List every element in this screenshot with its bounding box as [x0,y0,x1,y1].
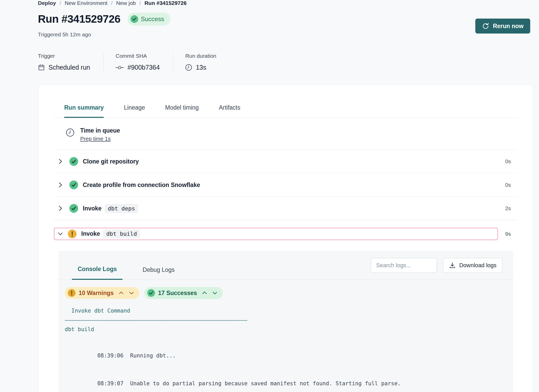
log-summary-badges: 10 Warnings 17 Successes [59,280,513,300]
step-command-chip: dbt build [103,229,140,238]
breadcrumb-deploy[interactable]: Deploy [38,0,56,6]
rerun-now-label: Rerun now [493,23,524,30]
success-check-icon [69,204,78,213]
log-line-divider: ————————————————————————————————————————… [65,315,508,325]
download-logs-label: Download logs [459,262,496,269]
meta-duration: Run duration 13s [173,53,230,71]
step-invoke-dbt-build[interactable]: Invoke dbt build [54,228,498,240]
prep-time-link[interactable]: Prep time 1s [80,136,120,142]
step-command-chip: dbt deps [105,204,138,213]
step-duration: 0s [505,158,517,165]
chevron-right-icon[interactable] [57,182,64,188]
success-check-icon [69,181,78,189]
run-meta: Trigger Scheduled run Commit SHA #900b73… [38,53,230,71]
meta-commit: Commit SHA #900b7364 [103,53,173,71]
rerun-refresh-icon [482,22,489,30]
clock-icon [185,64,192,71]
chevron-right-icon[interactable] [57,158,64,165]
status-badge-label: Success [141,15,164,23]
run-summary-card: Run summary Lineage Model timing Artifac… [38,84,533,392]
tab-model-timing[interactable]: Model timing [165,101,199,118]
status-badge: Success [128,13,170,25]
warning-icon [68,289,76,297]
breadcrumb: Deploy / New Environment / New job / Run… [38,0,187,6]
breadcrumb-separator: / [111,0,113,6]
success-check-icon [69,157,78,166]
time-in-queue-title: Time in queue [80,127,120,134]
run-detail-page: Deploy / New Environment / New job / Run… [0,0,539,392]
meta-commit-label: Commit SHA [116,53,160,59]
rerun-now-button[interactable]: Rerun now [475,19,530,34]
log-output: Invoke dbt Command —————————————————————… [59,300,513,392]
meta-trigger-label: Trigger [38,53,90,59]
breadcrumb-new-environment[interactable]: New Environment [65,0,108,6]
tab-lineage[interactable]: Lineage [124,101,145,118]
download-icon [449,262,456,269]
run-tabs: Run summary Lineage Model timing Artifac… [54,101,517,118]
success-check-icon [130,15,138,23]
step-invoke-dbt-build-row: Invoke dbt build 9s [54,220,517,247]
successes-count-label: 17 Successes [158,290,197,297]
step-invoke-dbt-deps[interactable]: Invoke dbt deps 2s [54,197,517,220]
warnings-count-label: 10 Warnings [79,290,114,297]
successes-pill[interactable]: 17 Successes [144,287,223,299]
breadcrumb-new-job[interactable]: New job [116,0,136,6]
meta-trigger-value: Scheduled run [48,64,90,71]
step-label: Invoke [81,230,100,237]
triggered-timestamp: Triggered 5h 12m ago [38,31,91,38]
breadcrumb-separator: / [139,0,141,6]
time-in-queue-section: Time in queue Prep time 1s [54,118,517,150]
step-label: Invoke [83,205,102,212]
page-title: Run #341529726 [38,13,120,25]
log-line: 08:39:06Running dbt... [65,342,508,370]
download-logs-button[interactable]: Download logs [443,258,502,273]
meta-trigger: Trigger Scheduled run [38,53,103,71]
meta-duration-value: 13s [196,64,206,71]
warnings-pill[interactable]: 10 Warnings [65,287,140,299]
warnings-next-icon[interactable] [129,291,134,295]
successes-next-icon[interactable] [212,291,218,295]
step-clone-git-repository[interactable]: Clone git repository 0s [54,150,517,173]
clock-icon [66,128,75,142]
calendar-icon [38,64,45,71]
tab-run-summary[interactable]: Run summary [64,101,104,118]
warnings-prev-icon[interactable] [118,291,124,295]
tab-artifacts[interactable]: Artifacts [219,101,240,118]
log-line: dbt build [65,325,508,334]
breadcrumb-separator: / [60,0,61,6]
breadcrumb-current-run: Run #341529726 [144,0,186,6]
log-tabs: Console Logs Debug Logs [78,251,175,280]
step-label: Clone git repository [83,158,139,165]
search-logs-input[interactable] [371,258,437,273]
tab-console-logs[interactable]: Console Logs [72,266,123,280]
step-duration: 0s [505,182,517,188]
warning-icon [68,230,77,238]
console-logs-panel: Console Logs Debug Logs Download logs [59,251,513,392]
git-commit-icon [116,65,124,70]
success-check-icon [147,289,155,297]
step-duration: 9s [505,231,517,237]
log-line-blank [65,334,508,342]
step-label: Create profile from connection Snowflake [83,182,200,189]
chevron-right-icon[interactable] [57,205,64,212]
console-header: Console Logs Debug Logs Download logs [59,251,513,280]
meta-duration-label: Run duration [185,53,216,59]
meta-commit-value: #900b7364 [127,64,160,71]
step-duration: 2s [505,205,517,211]
log-line: Invoke dbt Command [65,306,508,315]
step-create-profile-snowflake[interactable]: Create profile from connection Snowflake… [54,173,517,197]
tab-debug-logs[interactable]: Debug Logs [143,266,175,280]
successes-prev-icon[interactable] [202,291,207,295]
log-line: 08:39:07Unable to do partial parsing bec… [65,370,508,392]
chevron-down-icon[interactable] [57,232,64,236]
